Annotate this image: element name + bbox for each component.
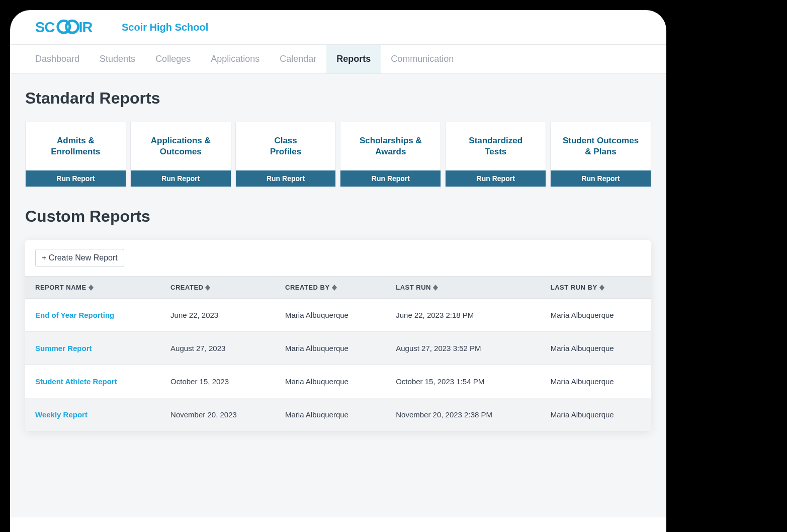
report-card-line2: Enrollments [51,147,100,156]
report-card-title[interactable]: Applications & Outcomes [151,135,211,157]
sort-icon [205,285,210,291]
app-header: SC IR Scoir High School [10,10,666,45]
col-label: CREATED BY [285,284,330,291]
custom-reports-table: REPORT NAME CREATED [25,276,651,431]
report-link[interactable]: Summer Report [25,332,160,365]
logo-icon: SC IR [35,19,108,35]
col-last-run-by: LAST RUN BY [541,277,651,299]
col-label: LAST RUN [396,284,431,291]
report-card-line2: Awards [375,147,406,156]
table-header-row: REPORT NAME CREATED [25,277,651,299]
standard-reports-title: Standard Reports [25,89,651,108]
cell-created: August 27, 2023 [160,332,275,365]
cell-created-by: Maria Albuquerque [275,398,386,431]
report-card-body: Scholarships & Awards [340,122,441,170]
col-sort-created[interactable]: CREATED [170,284,210,291]
report-card-student-outcomes: Student Outcomes & Plans Run Report [550,122,651,187]
col-sort-created-by[interactable]: CREATED BY [285,284,337,291]
report-link[interactable]: End of Year Reporting [25,299,160,332]
col-sort-last-run[interactable]: LAST RUN [396,284,438,291]
report-card-line1: Student Outcomes [563,136,639,145]
cell-last-run-by: Maria Albuquerque [541,332,651,365]
panel-toolbar: + Create New Report [25,240,651,276]
report-card-line1: Class [274,136,297,145]
report-card-line1: Applications & [151,136,211,145]
report-card-applications: Applications & Outcomes Run Report [130,122,231,187]
create-new-report-button[interactable]: + Create New Report [35,249,124,267]
nav-calendar[interactable]: Calendar [270,45,326,73]
report-card-standardized-tests: Standardized Tests Run Report [445,122,546,187]
cell-last-run-by: Maria Albuquerque [541,299,651,332]
nav-dashboard[interactable]: Dashboard [25,45,90,73]
run-report-button[interactable]: Run Report [551,170,651,187]
standard-report-cards: Admits & Enrollments Run Report Applicat… [25,122,651,187]
col-sort-last-run-by[interactable]: LAST RUN BY [551,284,604,291]
main-nav: Dashboard Students Colleges Applications… [10,45,666,74]
cell-last-run: November 20, 2023 2:38 PM [386,398,541,431]
cell-created: June 22, 2023 [160,299,275,332]
cell-created: October 15, 2023 [160,365,275,398]
logo[interactable]: SC IR [35,19,108,35]
report-card-body: Standardized Tests [446,122,546,170]
report-card-title[interactable]: Class Profiles [270,135,301,157]
nav-applications[interactable]: Applications [201,45,270,73]
table-row: Summer Report August 27, 2023 Maria Albu… [25,332,651,365]
cell-created-by: Maria Albuquerque [275,365,386,398]
report-card-body: Class Profiles [236,122,336,170]
custom-reports-title: Custom Reports [25,207,651,226]
school-name[interactable]: Scoir High School [122,22,208,33]
svg-text:IR: IR [78,19,93,35]
cell-created-by: Maria Albuquerque [275,299,386,332]
report-card-scholarships: Scholarships & Awards Run Report [340,122,441,187]
svg-text:SC: SC [35,19,55,35]
col-report-name: REPORT NAME [25,277,160,299]
nav-reports[interactable]: Reports [326,45,381,73]
col-last-run: LAST RUN [386,277,541,299]
cell-created: November 20, 2023 [160,398,275,431]
nav-students[interactable]: Students [90,45,145,73]
report-card-body: Admits & Enrollments [26,122,126,170]
nav-colleges[interactable]: Colleges [145,45,201,73]
report-card-title[interactable]: Student Outcomes & Plans [563,135,639,157]
run-report-button[interactable]: Run Report [340,170,441,187]
report-card-title[interactable]: Scholarships & Awards [360,135,422,157]
report-card-line2: Outcomes [160,147,202,156]
sort-icon [599,285,604,291]
report-link[interactable]: Student Athlete Report [25,365,160,398]
report-card-body: Applications & Outcomes [131,122,231,170]
col-created-by: CREATED BY [275,277,386,299]
cell-last-run: October 15, 2023 1:54 PM [386,365,541,398]
report-card-title[interactable]: Standardized Tests [469,135,522,157]
report-card-line1: Scholarships & [360,136,422,145]
report-link[interactable]: Weekly Report [25,398,160,431]
table-row: Weekly Report November 20, 2023 Maria Al… [25,398,651,431]
report-card-class-profiles: Class Profiles Run Report [235,122,336,187]
run-report-button[interactable]: Run Report [26,170,126,187]
cell-last-run-by: Maria Albuquerque [541,398,651,431]
cell-last-run: June 22, 2023 2:18 PM [386,299,541,332]
custom-reports-panel: + Create New Report REPORT NAME [25,240,651,431]
table-row: End of Year Reporting June 22, 2023 Mari… [25,299,651,332]
cell-last-run-by: Maria Albuquerque [541,365,651,398]
sort-icon [433,285,438,291]
cell-last-run: August 27, 2023 3:52 PM [386,332,541,365]
report-card-line1: Standardized [469,136,522,145]
sort-icon [89,285,94,291]
cell-created-by: Maria Albuquerque [275,332,386,365]
col-label: LAST RUN BY [551,284,597,291]
sort-icon [332,285,337,291]
table-row: Student Athlete Report October 15, 2023 … [25,365,651,398]
nav-communication[interactable]: Communication [381,45,464,73]
report-card-title[interactable]: Admits & Enrollments [51,135,100,157]
content-area: Standard Reports Admits & Enrollments Ru… [10,74,666,517]
report-card-line1: Admits & [57,136,95,145]
run-report-button[interactable]: Run Report [236,170,336,187]
run-report-button[interactable]: Run Report [131,170,231,187]
report-card-line2: & Plans [585,147,616,156]
svg-point-2 [66,21,78,33]
col-label: REPORT NAME [35,284,86,291]
col-sort-report-name[interactable]: REPORT NAME [35,284,94,291]
run-report-button[interactable]: Run Report [446,170,546,187]
report-card-admits: Admits & Enrollments Run Report [25,122,126,187]
col-label: CREATED [170,284,203,291]
